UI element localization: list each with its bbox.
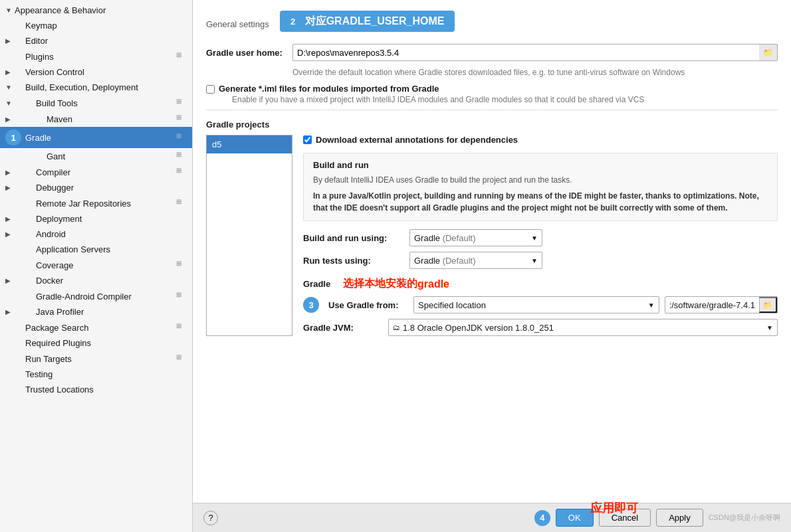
gradle-user-home-browse-btn[interactable]: 📁	[759, 44, 778, 61]
gradle-jvm-dropdown[interactable]: 🗂 1.8 Oracle OpenJDK version 1.8.0_251 ▼	[388, 319, 778, 336]
run-tests-using-row: Run tests using: Gradle (Default) ▼	[303, 252, 778, 269]
annotation2-text: 对应GRADLE_USER_HOME	[305, 15, 445, 29]
gradle-projects-title: Gradle projects	[206, 120, 778, 130]
content-area: General settings 2 对应GRADLE_USER_HOME Gr…	[193, 0, 791, 532]
sidebar-item-label: Keymap	[25, 21, 187, 31]
sidebar-item-editor[interactable]: ▶ Editor	[0, 33, 192, 48]
use-gradle-from-dropdown[interactable]: Specified location ▼	[413, 296, 659, 313]
sidebar-item-label: Gradle-Android Compiler	[36, 292, 176, 302]
sidebar-item-label: Gant	[47, 151, 176, 161]
sidebar-item-trusted-locations[interactable]: Trusted Locations	[0, 382, 192, 397]
gradle-projects-section: d5 Download external annotations for dep…	[206, 135, 778, 336]
download-annotations-label: Download external annotations for depend…	[316, 135, 518, 145]
expand-icon: ▶	[5, 184, 15, 191]
sidebar-item-application-servers[interactable]: Application Servers	[0, 242, 192, 257]
run-tests-using-default: (Default)	[440, 256, 475, 266]
settings-icon: ⊞	[176, 322, 187, 333]
annotation2-banner: 2 对应GRADLE_USER_HOME	[280, 11, 455, 32]
step1-badge: 1	[5, 130, 21, 145]
build-run-section: Build and run By default IntelliJ IDEA u…	[303, 153, 778, 221]
sidebar-item-label: Java Profiler	[36, 307, 187, 317]
sidebar-item-docker[interactable]: ▶ Docker	[0, 273, 192, 288]
sidebar-item-label: Coverage	[36, 260, 176, 270]
build-run-using-value: Gradle	[414, 233, 440, 243]
expand-icon: ▶	[5, 230, 15, 238]
sidebar-item-appearance-behavior[interactable]: ▼ Appearance & Behavior	[0, 3, 192, 18]
sidebar-item-label: Required Plugins	[25, 338, 187, 348]
expand-icon: ▼	[5, 100, 15, 107]
sidebar-item-maven[interactable]: ▶ Maven ⊞	[0, 111, 192, 127]
run-tests-using-dropdown[interactable]: Gradle (Default) ▼	[409, 252, 542, 269]
settings-icon: ⊞	[176, 151, 187, 161]
sidebar-item-deployment[interactable]: ▶ Deployment	[0, 211, 192, 226]
sidebar-item-label: Testing	[25, 369, 187, 379]
sidebar-item-compiler[interactable]: ▶ Compiler ⊞	[0, 164, 192, 180]
sidebar-item-label: Docker	[36, 276, 187, 286]
settings-icon: ⊞	[176, 51, 187, 62]
sidebar-item-label: Build, Execution, Deployment	[25, 82, 187, 92]
sidebar-item-gradle-android-compiler[interactable]: Gradle-Android Compiler ⊞	[0, 288, 192, 304]
settings-icon: ⊞	[176, 98, 187, 108]
use-gradle-from-label: Use Gradle from:	[328, 300, 408, 310]
annotation-select-inline: 选择本地安装的 gradle	[343, 277, 449, 291]
sidebar-item-label: Maven	[47, 114, 176, 124]
expand-icon: ▶	[5, 116, 15, 123]
settings-icon: ⊞	[176, 353, 187, 364]
sidebar-item-gradle[interactable]: 1 Gradle ⊞	[0, 127, 192, 148]
download-annotations-row: Download external annotations for depend…	[303, 135, 778, 145]
settings-icon: ⊞	[176, 114, 187, 124]
sidebar-item-build-tools[interactable]: ▼ Build Tools ⊞	[0, 95, 192, 111]
build-run-using-dropdown[interactable]: Gradle (Default) ▼	[409, 229, 542, 246]
use-gradle-from-row: 3 Use Gradle from: Specified location ▼ …	[303, 296, 778, 313]
generate-iml-label: Generate *.iml files for modules importe…	[219, 84, 644, 94]
sidebar-item-package-search[interactable]: Package Search ⊞	[0, 319, 192, 335]
sidebar-item-label: Trusted Locations	[25, 385, 187, 395]
download-annotations-checkbox[interactable]	[303, 135, 312, 144]
sidebar-item-label: Editor	[25, 36, 187, 46]
gradle-main-label: Gradle	[303, 279, 343, 289]
sidebar-item-label: Deployment	[36, 214, 187, 224]
gradle-jvm-row: Gradle JVM: 🗂 1.8 Oracle OpenJDK version…	[303, 319, 778, 336]
sidebar-item-required-plugins[interactable]: Required Plugins	[0, 335, 192, 351]
sidebar-item-label: Appearance & Behavior	[15, 5, 187, 15]
dropdown-arrow-icon2: ▼	[527, 257, 538, 264]
generate-iml-hint: Enable if you have a mixed project with …	[232, 95, 644, 104]
apply-button[interactable]: Apply	[656, 509, 703, 527]
sidebar-item-label: Build Tools	[36, 98, 176, 108]
sidebar-item-gant[interactable]: Gant ⊞	[0, 148, 192, 164]
jvm-icon: 🗂	[393, 323, 400, 331]
sidebar: ▼ Appearance & Behavior Keymap ▶ Editor …	[0, 0, 193, 532]
sidebar-item-version-control[interactable]: ▶ Version Control	[0, 64, 192, 80]
sidebar-item-testing[interactable]: Testing	[0, 367, 192, 382]
sidebar-item-run-targets[interactable]: Run Targets ⊞	[0, 351, 192, 367]
sidebar-item-keymap[interactable]: Keymap	[0, 18, 192, 33]
help-button[interactable]: ?	[203, 511, 218, 525]
gradle-projects-list: d5	[206, 135, 292, 336]
run-tests-using-label: Run tests using:	[303, 256, 409, 266]
ok-button[interactable]: OK	[556, 509, 594, 527]
gradle-path-browse-btn[interactable]: 📁	[759, 297, 777, 313]
sidebar-item-label: Run Targets	[25, 354, 176, 364]
step2-badge: 2	[285, 13, 301, 29]
sidebar-item-android[interactable]: ▶ Android	[0, 226, 192, 242]
expand-icon: ▶	[5, 277, 15, 284]
sidebar-item-label: Package Search	[25, 323, 176, 333]
settings-icon: ⊞	[176, 167, 187, 177]
generate-iml-checkbox[interactable]	[206, 85, 215, 94]
gradle-user-home-hint: Override the default location where Grad…	[292, 68, 778, 77]
gradle-user-home-input[interactable]	[292, 44, 759, 61]
sidebar-item-build-execution-deployment[interactable]: ▼ Build, Execution, Deployment	[0, 80, 192, 95]
sidebar-item-plugins[interactable]: Plugins ⊞	[0, 48, 192, 64]
settings-icon: ⊞	[176, 132, 187, 143]
expand-icon: ▼	[5, 84, 15, 91]
gradle-path-input-group: :/software/gradle-7.4.1 📁	[665, 296, 778, 313]
sidebar-item-label: Plugins	[25, 52, 176, 62]
sidebar-item-debugger[interactable]: ▶ Debugger	[0, 180, 192, 195]
gradle-project-d5[interactable]: d5	[207, 135, 292, 153]
sidebar-item-remote-jar[interactable]: Remote Jar Repositories ⊞	[0, 195, 192, 211]
sidebar-item-coverage[interactable]: Coverage ⊞	[0, 257, 192, 273]
build-run-using-row: Build and run using: Gradle (Default) ▼	[303, 229, 778, 246]
expand-icon: ▶	[5, 37, 15, 44]
gradle-jvm-label: Gradle JVM:	[303, 323, 383, 333]
sidebar-item-java-profiler[interactable]: ▶ Java Profiler	[0, 304, 192, 319]
